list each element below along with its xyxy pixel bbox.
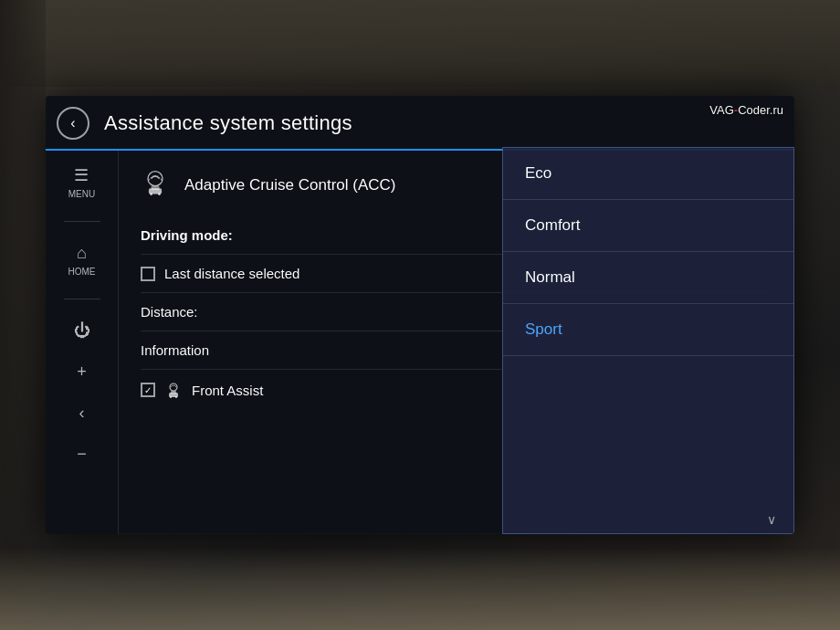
svg-point-0 — [148, 172, 163, 186]
sidebar-home-label: HOME — [68, 267, 96, 277]
driving-mode-dropdown: Eco Comfort Normal Sport — [502, 151, 794, 534]
svg-point-9 — [175, 396, 177, 398]
sidebar-divider-1 — [64, 221, 100, 222]
dropdown-eco-label: Eco — [525, 164, 551, 183]
information-label: Information — [141, 342, 209, 358]
bezel-bottom — [0, 548, 840, 630]
front-assist-label: Front Assist — [192, 383, 263, 398]
svg-rect-2 — [152, 186, 160, 190]
front-assist-checkbox[interactable]: ✓ — [141, 383, 155, 397]
dropdown-sport-label: Sport — [525, 320, 562, 339]
home-icon: ⌂ — [77, 244, 87, 263]
acc-label: Adaptive Cruise Control (ACC) — [184, 176, 395, 194]
screen-wrapper: VAG-Coder.ru ‹ Assistance system setting… — [46, 96, 794, 534]
bezel-left — [0, 0, 46, 630]
sidebar-item-plus[interactable]: + — [77, 362, 87, 382]
sidebar-item-minus[interactable]: − — [77, 445, 87, 464]
dropdown-item-sport[interactable]: Sport — [503, 304, 793, 356]
screen: ‹ Assistance system settings ☰ MENU ⌂ HO… — [46, 96, 794, 534]
page-title: Assistance system settings — [104, 111, 352, 135]
power-icon: ⏻ — [74, 321, 90, 341]
dropdown-comfort-label: Comfort — [525, 216, 580, 235]
back-nav-icon: ‹ — [79, 404, 85, 423]
svg-point-8 — [170, 396, 172, 398]
bottom-chevron[interactable]: ∨ — [767, 512, 776, 527]
sidebar-item-power[interactable]: ⏻ — [74, 321, 90, 341]
sidebar-item-home[interactable]: ⌂ HOME — [68, 244, 96, 277]
watermark-suffix: Coder.ru — [738, 103, 783, 117]
plus-icon: + — [77, 362, 87, 382]
sidebar-item-back[interactable]: ‹ — [79, 404, 85, 423]
back-arrow-icon: ‹ — [70, 116, 75, 131]
last-distance-checkbox[interactable] — [141, 267, 155, 281]
svg-point-4 — [158, 193, 161, 195]
chevron-down-icon: ∨ — [767, 512, 776, 527]
distance-label: Distance: — [141, 304, 198, 320]
menu-icon: ☰ — [74, 165, 89, 185]
dropdown-normal-label: Normal — [525, 268, 575, 287]
svg-point-3 — [150, 193, 152, 195]
car-frame: VAG-Coder.ru ‹ Assistance system setting… — [0, 0, 840, 630]
watermark-prefix: VAG — [709, 103, 734, 117]
top-bar: ‹ Assistance system settings — [46, 96, 794, 151]
sidebar-divider-2 — [64, 299, 100, 299]
dropdown-item-comfort[interactable]: Comfort — [503, 200, 793, 252]
bezel-top — [0, 0, 840, 87]
back-button[interactable]: ‹ — [57, 107, 89, 140]
dropdown-item-normal[interactable]: Normal — [503, 252, 793, 304]
front-assist-icon — [164, 381, 183, 399]
minus-icon: − — [77, 445, 87, 464]
main-content: ☰ MENU ⌂ HOME ⏻ + — [46, 151, 794, 534]
sidebar-item-menu[interactable]: ☰ MENU — [68, 165, 95, 199]
watermark: VAG-Coder.ru — [709, 103, 783, 117]
sidebar-menu-label: MENU — [68, 189, 95, 199]
last-distance-label: Last distance selected — [164, 266, 299, 281]
left-sidebar: ☰ MENU ⌂ HOME ⏻ + — [46, 151, 119, 534]
svg-rect-7 — [171, 391, 176, 394]
acc-icon — [141, 169, 173, 202]
dropdown-item-eco[interactable]: Eco — [503, 151, 793, 200]
